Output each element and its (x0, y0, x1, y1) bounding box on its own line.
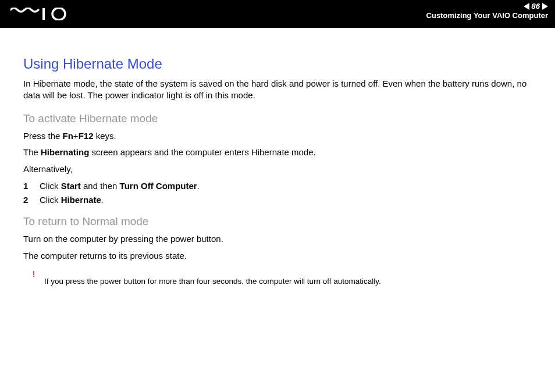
text: The (23, 147, 41, 157)
step-text: Click Hibernate. (40, 193, 104, 207)
hibernating-line: The Hibernating screen appears and the c… (23, 146, 532, 159)
text: screen appears and the computer enters H… (89, 147, 315, 157)
return-heading: To return to Normal mode (23, 215, 532, 228)
hibernate-word: Hibernate (61, 195, 101, 205)
text: keys. (93, 131, 116, 141)
step-number: 2 (23, 193, 40, 207)
text: . (101, 195, 104, 205)
alternatively-line: Alternatively, (23, 163, 532, 176)
step-number: 1 (23, 179, 40, 193)
activate-heading: To activate Hibernate mode (23, 112, 532, 125)
step-1: 1 Click Start and then Turn Off Computer… (23, 179, 532, 193)
page-title: Using Hibernate Mode (23, 56, 532, 72)
warning-note: ! If you press the power button for more… (23, 268, 532, 287)
header-bar: 86 Customizing Your VAIO Computer (0, 0, 555, 28)
next-page-icon[interactable] (542, 3, 548, 10)
return-line-2: The computer returns to its previous sta… (23, 250, 532, 263)
key-fn: Fn (63, 131, 73, 141)
return-line-1: Turn on the computer by pressing the pow… (23, 233, 532, 246)
text: Click (40, 181, 61, 191)
start-word: Start (61, 181, 81, 191)
press-keys-line: Press the Fn+F12 keys. (23, 130, 532, 143)
intro-paragraph: In Hibernate mode, the state of the syst… (23, 78, 532, 102)
svg-rect-0 (42, 8, 45, 20)
section-title: Customizing Your VAIO Computer (426, 11, 548, 20)
key-f12: F12 (79, 131, 94, 141)
text: + (73, 131, 79, 141)
svg-rect-1 (52, 8, 65, 20)
text: . (197, 181, 200, 191)
text: Click (40, 195, 61, 205)
step-text: Click Start and then Turn Off Computer. (40, 179, 200, 193)
warning-text: If you press the power button for more t… (44, 268, 381, 287)
text: and then (81, 181, 120, 191)
text: Press the (23, 131, 63, 141)
turnoff-word: Turn Off Computer (120, 181, 197, 191)
steps-list: 1 Click Start and then Turn Off Computer… (23, 179, 532, 207)
page-content: Using Hibernate Mode In Hibernate mode, … (0, 28, 555, 287)
hibernating-word: Hibernating (41, 147, 89, 157)
warning-icon: ! (23, 268, 44, 287)
step-2: 2 Click Hibernate. (23, 193, 532, 207)
page-navigator: 86 (426, 2, 548, 10)
header-right: 86 Customizing Your VAIO Computer (426, 2, 548, 20)
page-number: 86 (532, 2, 540, 10)
prev-page-icon[interactable] (524, 3, 529, 10)
vaio-logo (10, 8, 74, 20)
